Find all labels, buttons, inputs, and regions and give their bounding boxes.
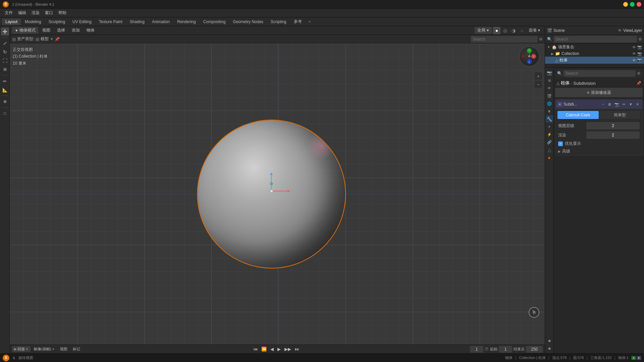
pb-prev-frame[interactable]: ◀ [269,346,275,352]
object-menu[interactable]: 物体 [84,27,97,34]
pb-prev-key[interactable]: ⏪ [260,346,268,352]
menu-edit[interactable]: 编辑 [15,9,29,16]
asset-search-input[interactable] [471,36,538,43]
tab-geometry-nodes[interactable]: Geometry Nodes [229,18,267,25]
scene-value[interactable]: Scene [553,28,565,33]
tab-reference[interactable]: 参考 [290,18,305,25]
outliner-item-cylinder[interactable]: △ 柱体 👁 📷 [545,57,644,64]
chevron-down-icon[interactable]: ▼ [547,45,550,49]
viewport-shading-render[interactable]: ○ [518,27,526,34]
props-search-input[interactable] [564,70,636,77]
tool-cursor2[interactable]: ⊕ [1,98,9,106]
tool-measure[interactable]: 📐 [1,86,9,94]
cylinder-eye-icon[interactable]: 👁 [632,58,636,62]
tab-uv-editing[interactable]: UV Editing [69,18,95,25]
mod-ctrl-render[interactable]: 📷 [613,102,621,107]
menu-help[interactable]: 帮助 [56,9,69,16]
timeline-marker[interactable]: 标记 [71,346,82,352]
render-level-value[interactable]: 2 [586,131,640,139]
transform-gizmo[interactable] [258,176,285,206]
timeline-view[interactable]: 视图 [58,346,69,352]
outliner-search-input[interactable] [553,36,637,43]
current-frame-input[interactable] [470,346,483,353]
end-frame-input[interactable] [526,346,543,353]
pb-jump-end[interactable]: ⏭ [293,346,301,352]
outliner-item-collection[interactable]: ▶ 📁 Collection 👁 📷 [545,51,644,57]
tool-camera[interactable]: □ [1,109,9,117]
tab-compositing[interactable]: Compositing [200,18,229,25]
pin-icon[interactable]: 📌 [55,37,60,42]
prop-icon-physics[interactable]: ⚡ [546,131,553,138]
asset-filter-icon[interactable]: ⚙ [539,37,543,42]
timeline-frame-mode[interactable]: 帧像(插帧) ▼ [32,346,57,352]
prop-icon-constraints[interactable]: 🔗 [546,138,553,146]
minimize-btn[interactable] [623,2,628,7]
maximize-btn[interactable] [630,2,635,7]
collection-eye-icon[interactable]: 👁 [632,52,636,56]
prop-icon-modifier[interactable]: 🔧 [546,115,553,123]
viewport-options[interactable]: 选项▼ [527,27,543,34]
vp-zoom-in[interactable]: + [535,72,542,80]
algo-tab-simple[interactable]: 简单型 [599,111,641,119]
add-menu[interactable]: 添加 [69,27,83,34]
viewport-level-value[interactable]: 2 [586,122,640,129]
pb-next-frame[interactable]: ▶▶ [283,346,293,352]
filter-props-icon[interactable]: ⚙ [637,71,641,76]
tab-shading[interactable]: Shading [126,18,148,25]
mod-vis-toggle[interactable]: ● [557,102,562,107]
viewport-shading-wire[interactable]: ◎ [501,27,509,34]
menu-file[interactable]: 文件 [2,9,15,16]
view-orientation-gizmo[interactable]: X Y Z [519,46,542,69]
tool-cursor[interactable]: ✛ [1,27,9,36]
prop-icon-render[interactable]: 📷 [546,69,553,76]
filter-icon[interactable]: ⚙ [638,37,642,42]
prop-icon-view[interactable]: 👁 [546,84,553,92]
vp-zoom-out[interactable]: − [535,81,542,88]
tab-add[interactable]: + [306,18,314,25]
select-menu[interactable]: 选择 [54,27,68,34]
add-modifier-btn[interactable]: + 添加修改器 [555,88,643,97]
view-menu[interactable]: 视图 [40,27,53,34]
prop-icon-output[interactable]: 🖥 [546,77,553,84]
mod-ctrl-close[interactable]: ✕ [635,102,640,107]
menu-render[interactable]: 渲染 [29,9,42,16]
tab-scripting[interactable]: Scripting [267,18,290,25]
prop-icon-object[interactable]: ▼ [546,108,553,115]
sub-mod-header[interactable]: ● Subdi... ~ 🖥 📷 ✏ ▼ ✕ [555,100,642,109]
advanced-expandable[interactable]: ▶ 高级 [555,147,642,155]
cylinder-render-icon[interactable]: 📷 [637,58,642,62]
render-eye-icon[interactable]: 📷 [637,45,642,49]
mode-selector[interactable]: ▼ 物体模式 [12,27,38,34]
viewport-3d[interactable]: 正交前视图 (1) Collection | 柱体 10 厘米 X Y Z [10,44,545,345]
prop-icon-particles[interactable]: ✦ [546,123,553,130]
viewport-shading-material[interactable]: ◑ [510,27,517,34]
tool-transform[interactable]: ⊞ [1,65,9,73]
mod-ctrl-wave[interactable]: ~ [601,102,605,107]
prop-icon-data[interactable]: △ [546,146,553,154]
mod-ctrl-edit[interactable]: ✏ [621,102,627,107]
eye-icon[interactable]: 👁 [632,45,636,49]
mod-ctrl-realtime[interactable]: 🖥 [606,102,612,107]
tab-texture-paint[interactable]: Texture Paint [96,18,126,25]
menu-window[interactable]: 窗口 [42,9,56,16]
tab-animation[interactable]: Animation [149,18,173,25]
start-frame-input[interactable] [499,346,512,353]
tool-scale[interactable]: ⛶ [1,57,9,65]
tab-modeling[interactable]: Modeling [21,18,45,25]
props-pin-icon[interactable]: 📌 [636,81,641,85]
close-btn[interactable] [637,2,641,7]
prop-icon-material[interactable]: ● [546,154,553,161]
timeline-mode[interactable]: ▶ 回放 ▼ [12,346,31,352]
collection-render-icon[interactable]: 📷 [637,52,642,56]
tool-rotate[interactable]: ↻ [1,48,9,56]
asset-type-value[interactable]: 模型 [41,36,49,42]
optimize-checkbox[interactable]: ✓ [558,141,563,146]
viewport-shading-solid[interactable]: ● [493,27,500,34]
viewlayer-value[interactable]: ViewLayer [623,28,642,33]
algo-tab-catmull[interactable]: Catmull-Clark [557,111,599,119]
tool-annotate[interactable]: ✏ [1,77,9,85]
prop-icon-extra1[interactable]: ◆ [546,337,553,344]
mod-ctrl-expand[interactable]: ▼ [628,102,634,107]
tool-move[interactable]: ⤢ [1,39,9,47]
prop-icon-extra2[interactable]: ◆ [546,345,553,352]
